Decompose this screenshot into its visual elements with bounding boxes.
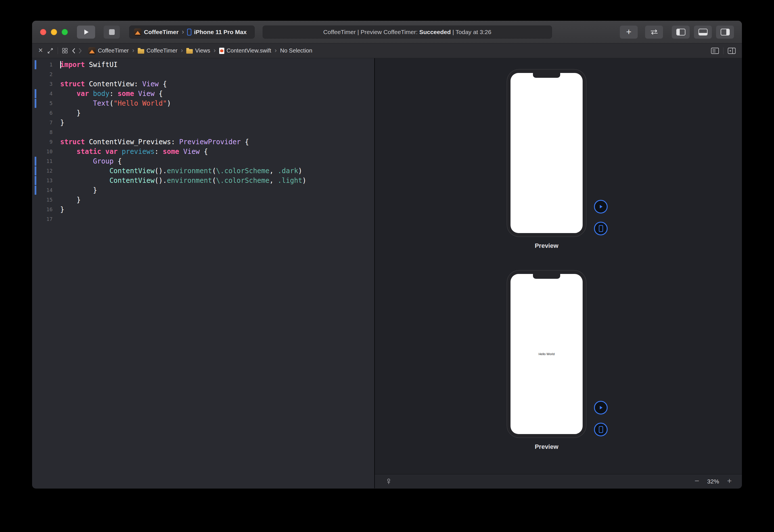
- gutter[interactable]: 1234567891011121314151617: [32, 60, 57, 488]
- breadcrumb-item-coffeetimer[interactable]: CoffeeTimer: [88, 47, 129, 55]
- text-caret: [60, 61, 61, 68]
- line-number[interactable]: 7: [32, 118, 57, 127]
- zoom-out-button[interactable]: −: [694, 478, 699, 485]
- breadcrumb-label: No Selection: [280, 47, 312, 54]
- stop-button[interactable]: [104, 26, 120, 39]
- code-line[interactable]: [60, 70, 374, 79]
- status-text-right: | Today at 3:26: [451, 29, 491, 35]
- line-number[interactable]: 11: [32, 156, 57, 166]
- code-line[interactable]: import SwiftUI: [60, 60, 374, 70]
- run-button[interactable]: [77, 26, 95, 39]
- breadcrumb-item-no-selection[interactable]: No Selection: [280, 47, 312, 54]
- code-line[interactable]: ContentView().environment(\.colorScheme,…: [60, 176, 374, 185]
- code-line[interactable]: struct ContentView_Previews: PreviewProv…: [60, 137, 374, 147]
- zoom-in-button[interactable]: +: [727, 478, 732, 485]
- change-bar: [35, 157, 36, 166]
- activity-viewer[interactable]: CoffeeTimer | Preview CoffeeTimer: Succe…: [263, 26, 552, 39]
- related-items-button[interactable]: [62, 48, 68, 53]
- change-bar: [35, 89, 36, 98]
- line-number[interactable]: 1: [32, 60, 57, 70]
- code-editor[interactable]: 1234567891011121314151617 import SwiftUI…: [32, 58, 374, 488]
- inspectors-toggle-button[interactable]: [716, 26, 734, 39]
- code-line[interactable]: Group {: [60, 156, 374, 166]
- code-line[interactable]: }: [60, 118, 374, 127]
- chevron-separator: ›: [182, 28, 184, 36]
- phone-notch: [533, 73, 560, 78]
- debug-area-toggle-button[interactable]: [694, 26, 712, 39]
- line-number[interactable]: 6: [32, 108, 57, 118]
- folder-icon: [186, 49, 193, 54]
- line-number[interactable]: 2: [32, 70, 57, 79]
- line-number[interactable]: 17: [32, 214, 57, 224]
- add-editor-button[interactable]: [728, 48, 736, 54]
- code-line[interactable]: [60, 214, 374, 224]
- line-number[interactable]: 3: [32, 79, 57, 89]
- code-line[interactable]: }: [60, 185, 374, 195]
- navigator-toggle-button[interactable]: [672, 26, 690, 39]
- code-line[interactable]: }: [60, 205, 374, 214]
- breadcrumb-item-coffeetimer[interactable]: CoffeeTimer: [138, 47, 177, 54]
- editor-options-icon: [711, 48, 719, 54]
- plus-icon: +: [727, 477, 732, 485]
- minimize-editor-button[interactable]: [47, 48, 53, 54]
- close-editor-button[interactable]: ×: [38, 47, 43, 54]
- pin-button[interactable]: [385, 478, 392, 485]
- breadcrumb-separator: ›: [214, 47, 216, 54]
- code-lines[interactable]: import SwiftUIstruct ContentView: View {…: [57, 60, 374, 488]
- live-preview-button-2[interactable]: [594, 401, 608, 414]
- zoom-window-button[interactable]: [62, 29, 68, 35]
- play-icon: [598, 405, 603, 410]
- breadcrumb: CoffeeTimer›CoffeeTimer›Views›ContentVie…: [88, 47, 312, 55]
- minus-icon: −: [694, 477, 699, 485]
- code-line[interactable]: ContentView().environment(\.colorScheme,…: [60, 166, 374, 176]
- line-number[interactable]: 9: [32, 137, 57, 147]
- toolbar: CoffeeTimer › iPhone 11 Pro Max CoffeeTi…: [32, 21, 742, 43]
- breadcrumb-item-contentview-swift[interactable]: ContentView.swift: [219, 47, 271, 54]
- swap-arrows-icon: [650, 29, 658, 35]
- left-panel-icon: [676, 29, 685, 35]
- line-number[interactable]: 15: [32, 195, 57, 205]
- line-number[interactable]: 4: [32, 89, 57, 99]
- minimize-window-button[interactable]: [51, 29, 57, 35]
- live-preview-button-1[interactable]: [594, 200, 608, 213]
- status-text-result: Succeeded: [419, 29, 451, 35]
- breadcrumb-separator: ›: [132, 47, 134, 54]
- swift-file-icon: [219, 48, 224, 54]
- separator: [58, 47, 58, 54]
- line-number[interactable]: 12: [32, 166, 57, 176]
- canvas-bottom-bar: − 32% +: [375, 474, 742, 488]
- line-number[interactable]: 10: [32, 147, 57, 156]
- preview-phone-1: [507, 70, 586, 236]
- preview-on-device-button-1[interactable]: [594, 222, 608, 235]
- breadcrumb-separator: ›: [275, 47, 277, 54]
- code-line[interactable]: Text("Hello World"): [60, 99, 374, 108]
- scheme-selector[interactable]: CoffeeTimer › iPhone 11 Pro Max: [129, 26, 255, 39]
- right-panel-icon: [721, 29, 730, 35]
- code-line[interactable]: var body: some View {: [60, 89, 374, 99]
- code-line[interactable]: }: [60, 195, 374, 205]
- line-number[interactable]: 5: [32, 99, 57, 108]
- line-number[interactable]: 13: [32, 176, 57, 185]
- code-review-button[interactable]: [645, 26, 663, 39]
- phone-screen-1: [511, 73, 583, 233]
- line-number[interactable]: 8: [32, 127, 57, 137]
- back-button[interactable]: [72, 48, 76, 54]
- device-icon: [599, 426, 603, 433]
- chevron-right-icon: [78, 48, 82, 54]
- code-line[interactable]: }: [60, 108, 374, 118]
- change-bar: [35, 99, 36, 108]
- close-window-button[interactable]: [40, 29, 46, 35]
- preview-on-device-button-2[interactable]: [594, 423, 608, 436]
- jump-bar: × CoffeeTimer›CoffeeTimer›Views›ContentV…: [32, 43, 742, 58]
- device-icon: [187, 29, 191, 35]
- forward-button[interactable]: [78, 48, 82, 54]
- code-line[interactable]: static var previews: some View {: [60, 147, 374, 156]
- code-line[interactable]: [60, 127, 374, 137]
- library-button[interactable]: +: [620, 26, 638, 39]
- code-line[interactable]: struct ContentView: View {: [60, 79, 374, 89]
- line-number[interactable]: 16: [32, 205, 57, 214]
- line-number[interactable]: 14: [32, 185, 57, 195]
- editor-options-button[interactable]: [711, 48, 719, 54]
- preview-canvas: Preview Hello World Preview: [375, 58, 742, 488]
- breadcrumb-item-views[interactable]: Views: [186, 47, 210, 54]
